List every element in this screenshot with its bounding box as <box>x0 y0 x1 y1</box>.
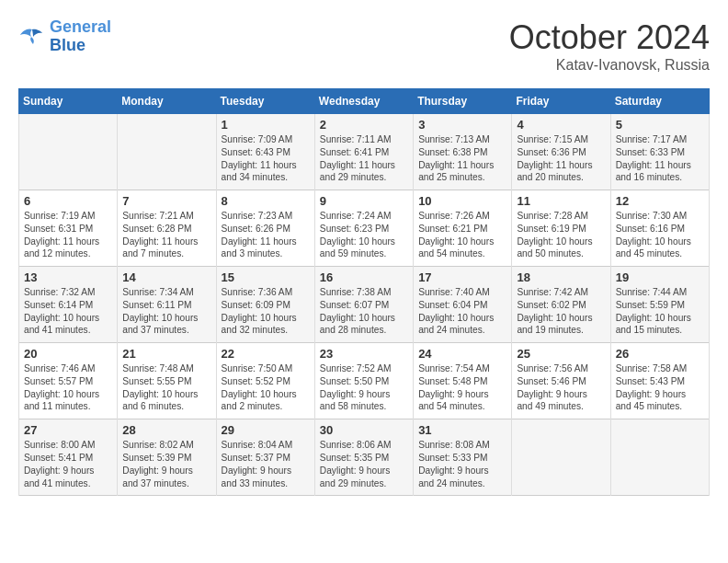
day-number: 8 <box>222 194 310 208</box>
calendar-cell: 29Sunrise: 8:04 AM Sunset: 5:37 PM Dayli… <box>216 419 314 496</box>
day-number: 11 <box>517 194 605 208</box>
day-content: Sunrise: 8:08 AM Sunset: 5:33 PM Dayligh… <box>418 439 506 489</box>
calendar-cell: 2Sunrise: 7:11 AM Sunset: 6:41 PM Daylig… <box>314 114 413 190</box>
day-number: 9 <box>320 194 408 208</box>
day-number: 26 <box>616 347 704 361</box>
calendar-cell <box>512 419 610 496</box>
day-content: Sunrise: 7:13 AM Sunset: 6:38 PM Dayligh… <box>418 133 506 184</box>
calendar-cell: 30Sunrise: 8:06 AM Sunset: 5:35 PM Dayli… <box>314 419 413 496</box>
day-number: 16 <box>320 270 408 284</box>
calendar-cell: 15Sunrise: 7:36 AM Sunset: 6:09 PM Dayli… <box>216 267 314 343</box>
col-monday: Monday <box>118 89 216 114</box>
calendar-cell: 22Sunrise: 7:50 AM Sunset: 5:52 PM Dayli… <box>216 343 314 419</box>
calendar-cell: 31Sunrise: 8:08 AM Sunset: 5:33 PM Dayli… <box>414 419 512 496</box>
day-number: 24 <box>418 347 506 361</box>
calendar-cell: 1Sunrise: 7:09 AM Sunset: 6:43 PM Daylig… <box>216 114 314 190</box>
day-content: Sunrise: 7:34 AM Sunset: 6:11 PM Dayligh… <box>122 286 210 337</box>
calendar-cell: 11Sunrise: 7:28 AM Sunset: 6:19 PM Dayli… <box>512 190 610 267</box>
calendar-table: Sunday Monday Tuesday Wednesday Thursday… <box>18 88 710 496</box>
col-friday: Friday <box>512 89 610 114</box>
day-number: 29 <box>222 423 310 437</box>
calendar-week-row: 13Sunrise: 7:32 AM Sunset: 6:14 PM Dayli… <box>19 267 710 343</box>
day-number: 22 <box>222 347 310 361</box>
calendar-cell: 17Sunrise: 7:40 AM Sunset: 6:04 PM Dayli… <box>414 267 512 343</box>
calendar-cell: 6Sunrise: 7:19 AM Sunset: 6:31 PM Daylig… <box>19 190 118 267</box>
day-number: 23 <box>320 347 408 361</box>
day-content: Sunrise: 8:02 AM Sunset: 5:39 PM Dayligh… <box>122 439 210 489</box>
col-tuesday: Tuesday <box>216 89 314 114</box>
calendar-cell <box>610 419 709 496</box>
day-content: Sunrise: 7:09 AM Sunset: 6:43 PM Dayligh… <box>222 133 310 184</box>
col-thursday: Thursday <box>414 89 512 114</box>
day-number: 14 <box>122 270 210 284</box>
page-header: General Blue October 2024 Katav-Ivanovsk… <box>18 18 710 74</box>
day-number: 18 <box>517 270 605 284</box>
location-subtitle: Katav-Ivanovsk, Russia <box>509 57 710 74</box>
day-content: Sunrise: 7:54 AM Sunset: 5:48 PM Dayligh… <box>418 362 506 413</box>
calendar-cell: 26Sunrise: 7:58 AM Sunset: 5:43 PM Dayli… <box>610 343 709 419</box>
calendar-cell: 13Sunrise: 7:32 AM Sunset: 6:14 PM Dayli… <box>19 267 118 343</box>
day-number: 30 <box>320 423 408 437</box>
day-content: Sunrise: 7:11 AM Sunset: 6:41 PM Dayligh… <box>320 133 408 184</box>
calendar-cell: 4Sunrise: 7:15 AM Sunset: 6:36 PM Daylig… <box>512 114 610 190</box>
day-content: Sunrise: 8:04 AM Sunset: 5:37 PM Dayligh… <box>222 439 310 489</box>
title-block: October 2024 Katav-Ivanovsk, Russia <box>509 18 710 74</box>
day-content: Sunrise: 7:30 AM Sunset: 6:16 PM Dayligh… <box>616 210 704 260</box>
calendar-cell: 21Sunrise: 7:48 AM Sunset: 5:55 PM Dayli… <box>118 343 216 419</box>
day-number: 19 <box>616 270 704 284</box>
day-content: Sunrise: 7:48 AM Sunset: 5:55 PM Dayligh… <box>122 362 210 413</box>
day-number: 21 <box>122 347 210 361</box>
day-content: Sunrise: 7:15 AM Sunset: 6:36 PM Dayligh… <box>517 133 605 184</box>
calendar-cell: 18Sunrise: 7:42 AM Sunset: 6:02 PM Dayli… <box>512 267 610 343</box>
day-content: Sunrise: 8:06 AM Sunset: 5:35 PM Dayligh… <box>320 439 408 489</box>
calendar-cell <box>19 114 118 190</box>
day-content: Sunrise: 7:52 AM Sunset: 5:50 PM Dayligh… <box>320 362 408 413</box>
day-number: 1 <box>222 118 310 132</box>
day-number: 28 <box>122 423 210 437</box>
day-content: Sunrise: 7:36 AM Sunset: 6:09 PM Dayligh… <box>222 286 310 337</box>
calendar-cell: 14Sunrise: 7:34 AM Sunset: 6:11 PM Dayli… <box>118 267 216 343</box>
day-number: 6 <box>24 194 112 208</box>
day-content: Sunrise: 7:26 AM Sunset: 6:21 PM Dayligh… <box>418 210 506 260</box>
day-content: Sunrise: 7:23 AM Sunset: 6:26 PM Dayligh… <box>222 210 310 260</box>
calendar-cell: 28Sunrise: 8:02 AM Sunset: 5:39 PM Dayli… <box>118 419 216 496</box>
calendar-cell: 24Sunrise: 7:54 AM Sunset: 5:48 PM Dayli… <box>414 343 512 419</box>
logo: General Blue <box>18 18 111 55</box>
calendar-week-row: 6Sunrise: 7:19 AM Sunset: 6:31 PM Daylig… <box>19 190 710 267</box>
calendar-cell: 5Sunrise: 7:17 AM Sunset: 6:33 PM Daylig… <box>610 114 709 190</box>
day-content: Sunrise: 7:46 AM Sunset: 5:57 PM Dayligh… <box>24 362 112 413</box>
calendar-cell: 10Sunrise: 7:26 AM Sunset: 6:21 PM Dayli… <box>414 190 512 267</box>
day-content: Sunrise: 8:00 AM Sunset: 5:41 PM Dayligh… <box>24 439 112 489</box>
calendar-cell: 23Sunrise: 7:52 AM Sunset: 5:50 PM Dayli… <box>314 343 413 419</box>
day-number: 17 <box>418 270 506 284</box>
calendar-cell: 3Sunrise: 7:13 AM Sunset: 6:38 PM Daylig… <box>414 114 512 190</box>
day-content: Sunrise: 7:58 AM Sunset: 5:43 PM Dayligh… <box>616 362 704 413</box>
day-content: Sunrise: 7:38 AM Sunset: 6:07 PM Dayligh… <box>320 286 408 337</box>
day-number: 2 <box>320 118 408 132</box>
logo-text: General Blue <box>50 18 111 55</box>
day-number: 27 <box>24 423 112 437</box>
calendar-cell: 8Sunrise: 7:23 AM Sunset: 6:26 PM Daylig… <box>216 190 314 267</box>
calendar-header-row: Sunday Monday Tuesday Wednesday Thursday… <box>19 89 710 114</box>
day-content: Sunrise: 7:24 AM Sunset: 6:23 PM Dayligh… <box>320 210 408 260</box>
day-number: 12 <box>616 194 704 208</box>
day-content: Sunrise: 7:44 AM Sunset: 5:59 PM Dayligh… <box>616 286 704 337</box>
calendar-cell <box>118 114 216 190</box>
day-content: Sunrise: 7:56 AM Sunset: 5:46 PM Dayligh… <box>517 362 605 413</box>
month-title: October 2024 <box>509 18 710 57</box>
day-number: 7 <box>122 194 210 208</box>
day-content: Sunrise: 7:19 AM Sunset: 6:31 PM Dayligh… <box>24 210 112 260</box>
day-number: 10 <box>418 194 506 208</box>
day-number: 31 <box>418 423 506 437</box>
day-number: 20 <box>24 347 112 361</box>
col-saturday: Saturday <box>610 89 709 114</box>
day-number: 3 <box>418 118 506 132</box>
calendar-cell: 19Sunrise: 7:44 AM Sunset: 5:59 PM Dayli… <box>610 267 709 343</box>
calendar-cell: 27Sunrise: 8:00 AM Sunset: 5:41 PM Dayli… <box>19 419 118 496</box>
day-content: Sunrise: 7:50 AM Sunset: 5:52 PM Dayligh… <box>222 362 310 413</box>
calendar-cell: 9Sunrise: 7:24 AM Sunset: 6:23 PM Daylig… <box>314 190 413 267</box>
calendar-cell: 12Sunrise: 7:30 AM Sunset: 6:16 PM Dayli… <box>610 190 709 267</box>
calendar-cell: 7Sunrise: 7:21 AM Sunset: 6:28 PM Daylig… <box>118 190 216 267</box>
calendar-week-row: 20Sunrise: 7:46 AM Sunset: 5:57 PM Dayli… <box>19 343 710 419</box>
calendar-cell: 25Sunrise: 7:56 AM Sunset: 5:46 PM Dayli… <box>512 343 610 419</box>
